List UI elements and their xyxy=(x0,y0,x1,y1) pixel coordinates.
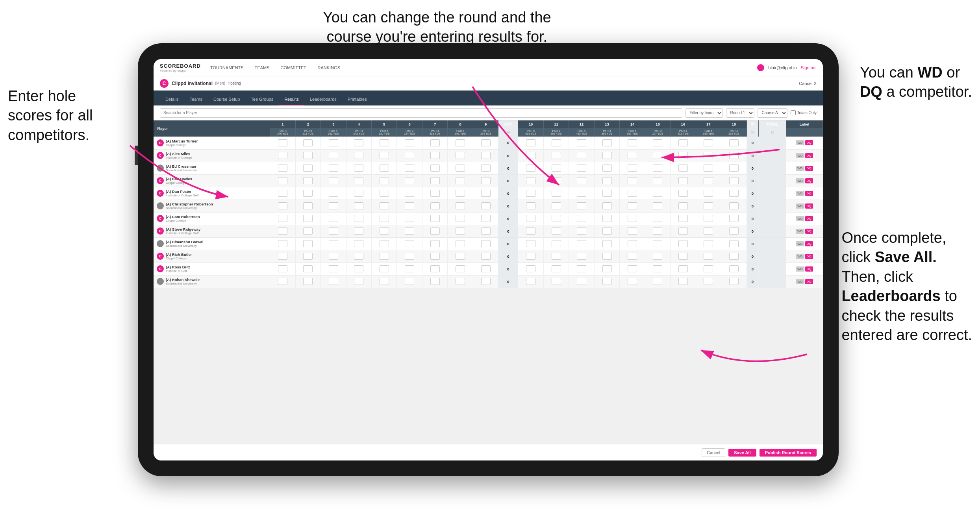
score-cell-hole-5[interactable] xyxy=(372,250,397,263)
score-input-hole-9[interactable] xyxy=(481,227,491,235)
score-input-hole-17[interactable] xyxy=(704,139,713,146)
score-input-hole-11[interactable] xyxy=(552,177,561,184)
score-input-hole-5[interactable] xyxy=(380,190,389,197)
score-cell-hole-14[interactable] xyxy=(620,162,645,174)
score-cell-hole-3[interactable] xyxy=(321,275,346,288)
score-input-hole-11[interactable] xyxy=(552,265,561,272)
score-cell-hole-9[interactable] xyxy=(473,237,498,250)
score-input-hole-12[interactable] xyxy=(577,202,586,209)
score-cell-hole-2[interactable] xyxy=(295,149,320,162)
score-input-hole-6[interactable] xyxy=(405,152,414,159)
score-input-hole-14[interactable] xyxy=(628,190,637,197)
score-input-hole-5[interactable] xyxy=(380,278,389,285)
score-input-hole-15[interactable] xyxy=(653,227,662,235)
score-input-hole-13[interactable] xyxy=(602,165,612,172)
score-cell-hole-5[interactable] xyxy=(372,174,397,187)
score-input-hole-9[interactable] xyxy=(481,152,491,159)
score-input-hole-13[interactable] xyxy=(602,152,612,159)
score-cell-hole-14[interactable] xyxy=(620,237,645,250)
nav-rankings[interactable]: RANKINGS xyxy=(316,65,342,70)
score-input-hole-2[interactable] xyxy=(303,152,313,159)
score-input-hole-17[interactable] xyxy=(704,215,713,222)
score-input-hole-10[interactable] xyxy=(526,215,535,222)
score-cell-hole-12[interactable] xyxy=(569,250,594,263)
score-input-hole-2[interactable] xyxy=(303,278,313,285)
score-cell-hole-1[interactable] xyxy=(270,275,295,288)
score-cell-hole-9[interactable] xyxy=(473,137,498,149)
score-input-hole-17[interactable] xyxy=(704,253,713,260)
score-cell-hole-10[interactable] xyxy=(518,212,543,225)
score-input-hole-3[interactable] xyxy=(329,177,338,184)
score-input-hole-9[interactable] xyxy=(481,215,491,222)
score-input-hole-5[interactable] xyxy=(380,177,389,184)
score-cell-hole-2[interactable] xyxy=(295,225,320,237)
score-cell-hole-10[interactable] xyxy=(518,162,543,174)
score-cell-hole-16[interactable] xyxy=(671,200,696,212)
score-input-hole-18[interactable] xyxy=(729,190,739,197)
score-input-hole-2[interactable] xyxy=(303,215,313,222)
score-cell-hole-7[interactable] xyxy=(422,225,447,237)
score-cell-hole-14[interactable] xyxy=(620,275,645,288)
score-cell-hole-1[interactable] xyxy=(270,162,295,174)
score-input-hole-10[interactable] xyxy=(526,240,535,247)
score-cell-hole-15[interactable] xyxy=(645,174,670,187)
score-input-hole-17[interactable] xyxy=(704,152,713,159)
score-input-hole-11[interactable] xyxy=(552,139,561,146)
score-cell-hole-10[interactable] xyxy=(518,250,543,263)
score-cell-hole-3[interactable] xyxy=(321,187,346,200)
score-cell-hole-17[interactable] xyxy=(696,263,721,275)
score-input-hole-4[interactable] xyxy=(354,202,363,209)
score-cell-hole-3[interactable] xyxy=(321,174,346,187)
score-cell-hole-18[interactable] xyxy=(721,212,747,225)
score-input-hole-15[interactable] xyxy=(653,139,662,146)
tab-tee-groups[interactable]: Tee Groups xyxy=(245,94,279,105)
score-cell-hole-17[interactable] xyxy=(696,275,721,288)
score-cell-hole-6[interactable] xyxy=(397,225,422,237)
score-input-hole-7[interactable] xyxy=(430,139,440,146)
score-input-hole-6[interactable] xyxy=(405,215,414,222)
score-cell-hole-16[interactable] xyxy=(671,263,696,275)
score-cell-hole-15[interactable] xyxy=(645,200,670,212)
score-input-hole-8[interactable] xyxy=(456,265,465,272)
score-cell-hole-1[interactable] xyxy=(270,137,295,149)
score-input-hole-13[interactable] xyxy=(602,278,612,285)
score-cell-hole-4[interactable] xyxy=(346,187,371,200)
score-input-hole-4[interactable] xyxy=(354,190,363,197)
score-cell-hole-7[interactable] xyxy=(422,237,447,250)
score-cell-hole-6[interactable] xyxy=(397,212,422,225)
wd-button[interactable]: WD xyxy=(796,140,804,145)
score-input-hole-3[interactable] xyxy=(329,139,338,146)
score-cell-hole-17[interactable] xyxy=(696,174,721,187)
score-input-hole-4[interactable] xyxy=(354,177,363,184)
dq-button[interactable]: DQ xyxy=(805,254,813,259)
score-cell-hole-17[interactable] xyxy=(696,237,721,250)
score-input-hole-4[interactable] xyxy=(354,227,363,235)
score-cell-hole-16[interactable] xyxy=(671,237,696,250)
score-input-hole-8[interactable] xyxy=(456,253,465,260)
score-cell-hole-2[interactable] xyxy=(295,263,320,275)
score-input-hole-9[interactable] xyxy=(481,202,491,209)
score-cell-hole-1[interactable] xyxy=(270,263,295,275)
score-cell-hole-13[interactable] xyxy=(594,162,619,174)
score-input-hole-16[interactable] xyxy=(678,152,688,159)
score-input-hole-1[interactable] xyxy=(278,165,287,172)
score-input-hole-9[interactable] xyxy=(481,139,491,146)
score-cell-hole-15[interactable] xyxy=(645,250,670,263)
score-input-hole-11[interactable] xyxy=(552,190,561,197)
score-input-hole-16[interactable] xyxy=(678,265,688,272)
score-cell-hole-14[interactable] xyxy=(620,137,645,149)
score-input-hole-7[interactable] xyxy=(430,253,440,260)
score-input-hole-5[interactable] xyxy=(380,253,389,260)
score-input-hole-3[interactable] xyxy=(329,202,338,209)
score-cell-hole-2[interactable] xyxy=(295,212,320,225)
score-cell-hole-8[interactable] xyxy=(448,212,473,225)
score-input-hole-3[interactable] xyxy=(329,165,338,172)
score-input-hole-4[interactable] xyxy=(354,253,363,260)
score-input-hole-6[interactable] xyxy=(405,177,414,184)
score-cell-hole-6[interactable] xyxy=(397,162,422,174)
score-cell-hole-4[interactable] xyxy=(346,212,371,225)
score-input-hole-14[interactable] xyxy=(628,165,637,172)
score-cell-hole-9[interactable] xyxy=(473,250,498,263)
tab-course-setup[interactable]: Course Setup xyxy=(208,94,245,105)
score-cell-hole-5[interactable] xyxy=(372,212,397,225)
